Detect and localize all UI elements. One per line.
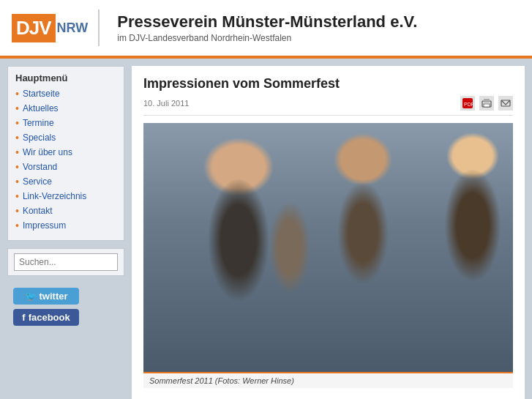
facebook-button[interactable]: f facebook — [13, 309, 79, 326]
nav-item-service[interactable]: Service — [15, 176, 116, 187]
article-actions: PDF — [460, 96, 513, 111]
search-input[interactable] — [14, 253, 118, 271]
svg-text:PDF: PDF — [464, 102, 473, 107]
nav-link-kontakt[interactable]: Kontakt — [23, 206, 53, 216]
crowd-overlay — [143, 123, 513, 372]
search-box — [7, 248, 124, 276]
svg-rect-4 — [484, 104, 490, 107]
nav-item-termine[interactable]: Termine — [15, 117, 116, 129]
article-image-placeholder — [143, 123, 513, 372]
nav-item-wirueberuns[interactable]: Wir über uns — [15, 146, 116, 158]
main-wrapper: Hauptmenü Startseite Aktuelles Termine S… — [0, 59, 532, 399]
nav-item-specials[interactable]: Specials — [15, 132, 116, 143]
twitter-icon: 🐦 — [25, 291, 37, 302]
site-subtitle: im DJV-Landesverband Nordrhein-Westfalen — [117, 33, 417, 43]
djv-logo: DJV — [12, 14, 56, 42]
twitter-button[interactable]: 🐦 twitter — [13, 288, 79, 305]
nav-link-wirueberuns[interactable]: Wir über uns — [23, 147, 72, 157]
facebook-icon: f — [22, 312, 25, 323]
nav-item-startseite[interactable]: Startseite — [15, 88, 116, 100]
article-title: Impressionen vom Sommerfest — [143, 76, 513, 92]
nav-item-linkverzeichnis[interactable]: Link-Verzeichnis — [15, 190, 116, 202]
header-text: Presseverein Münster-Münsterland e.V. im… — [117, 12, 417, 43]
nrw-label: NRW — [57, 20, 89, 36]
nav-list: Startseite Aktuelles Termine Specials Wi… — [15, 88, 116, 231]
email-icon[interactable] — [498, 96, 513, 111]
nav-item-impressum[interactable]: Impressum — [15, 220, 116, 231]
nav-link-termine[interactable]: Termine — [23, 118, 54, 128]
social-box: 🐦 twitter f facebook — [7, 283, 124, 330]
content-area: Impressionen vom Sommerfest 10. Juli 201… — [132, 66, 525, 399]
nav-link-startseite[interactable]: Startseite — [23, 89, 60, 99]
nav-box: Hauptmenü Startseite Aktuelles Termine S… — [7, 66, 124, 241]
svg-rect-3 — [484, 99, 490, 102]
facebook-label: facebook — [29, 312, 70, 323]
nav-link-linkverzeichnis[interactable]: Link-Verzeichnis — [23, 191, 86, 201]
nav-item-aktuelles[interactable]: Aktuelles — [15, 102, 116, 114]
nav-item-vorstand[interactable]: Vorstand — [15, 161, 116, 173]
pdf-icon[interactable]: PDF — [460, 96, 475, 111]
nav-link-service[interactable]: Service — [23, 176, 52, 187]
nav-link-aktuelles[interactable]: Aktuelles — [23, 103, 59, 113]
twitter-label: twitter — [40, 291, 68, 302]
nav-title: Hauptmenü — [15, 72, 116, 83]
page-header: DJV NRW Presseverein Münster-Münsterland… — [0, 0, 532, 59]
header-divider — [98, 10, 100, 46]
nav-link-vorstand[interactable]: Vorstand — [23, 162, 57, 172]
logo-box: DJV NRW — [12, 10, 117, 46]
article-image: Sommerfest 2011 (Fotos: Werner Hinse) — [143, 123, 513, 388]
nav-item-kontakt[interactable]: Kontakt — [15, 205, 116, 217]
article-meta-row: 10. Juli 2011 PDF — [143, 96, 513, 116]
site-title: Presseverein Münster-Münsterland e.V. — [117, 12, 417, 31]
print-icon[interactable] — [479, 96, 494, 111]
sidebar: Hauptmenü Startseite Aktuelles Termine S… — [7, 66, 124, 399]
article-date: 10. Juli 2011 — [143, 99, 189, 108]
nav-link-impressum[interactable]: Impressum — [23, 220, 66, 231]
nav-link-specials[interactable]: Specials — [23, 133, 56, 143]
article-caption: Sommerfest 2011 (Fotos: Werner Hinse) — [143, 372, 513, 388]
